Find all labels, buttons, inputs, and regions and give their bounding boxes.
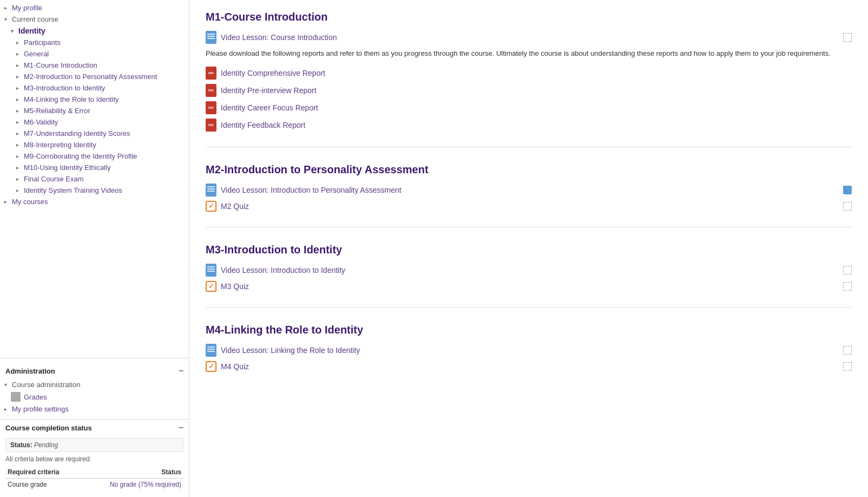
m1-video-checkbox[interactable] (843, 33, 852, 42)
m1-report2-link[interactable]: Identity Pre-interview Report (221, 86, 317, 95)
m1-link[interactable]: M1-Course Introduction (24, 61, 97, 69)
quiz-checkmark-m3: ✓ (208, 283, 214, 290)
my-courses-link[interactable]: My courses (12, 198, 48, 206)
bullet-icon: ▸ (16, 119, 23, 125)
m1-report3-row: PDF Identity Career Focus Report (206, 101, 852, 114)
completion-header: Course completion status − (0, 420, 189, 436)
m2-video-link[interactable]: Video Lesson: Introduction to Personalit… (221, 186, 402, 194)
m2-quiz-left: ✓ M2 Quiz (206, 201, 249, 212)
section-m4: M4-Linking the Role to Identity Video Le… (206, 324, 852, 387)
sidebar-item-m5[interactable]: ▸ M5-Reliability & Error (0, 105, 189, 116)
m3-quiz-left: ✓ M3 Quiz (206, 281, 249, 292)
sidebar-item-course-admin[interactable]: ▾ Course administration (0, 379, 189, 390)
m7-link[interactable]: M7-Understanding Identity Scores (24, 129, 130, 138)
bullet-icon: ▸ (16, 176, 23, 182)
sidebar-item-current-course[interactable]: ▾ Current course (0, 14, 189, 25)
criteria-col2-header: Status (81, 466, 183, 479)
m3-video-row: Video Lesson: Introduction to Identity (206, 264, 852, 277)
sidebar-item-final-exam[interactable]: ▸ Final Course Exam (0, 173, 189, 185)
criteria-note: All criteria below are required: (5, 455, 183, 463)
criteria-col1-header: Required criteria (5, 466, 81, 479)
m3-video-link[interactable]: Video Lesson: Introduction to Identity (221, 266, 345, 274)
m3-quiz-checkbox[interactable] (843, 282, 852, 291)
criteria-row-label: Course grade (5, 479, 81, 491)
sidebar-item-m7[interactable]: ▸ M7-Understanding Identity Scores (0, 128, 189, 139)
m8-link[interactable]: M8-Interpreting Identity (24, 141, 96, 149)
sidebar-item-m10[interactable]: ▸ M10-Using Identity Ethically (0, 162, 189, 173)
sidebar-item-profile-settings[interactable]: ▸ My profile settings (0, 403, 189, 415)
bullet-icon: ▸ (16, 74, 23, 80)
administration-toggle[interactable]: − (179, 366, 183, 376)
status-row: Status: Pending (5, 438, 183, 452)
participants-link[interactable]: Participants (24, 38, 61, 47)
m5-link[interactable]: M5-Reliability & Error (24, 107, 90, 115)
sidebar-item-m6[interactable]: ▸ M6-Validity (0, 116, 189, 128)
m4-video-row: Video Lesson: Linking the Role to Identi… (206, 344, 852, 357)
m1-report4-link[interactable]: Identity Feedback Report (221, 121, 305, 129)
m2-video-left: Video Lesson: Introduction to Personalit… (206, 184, 402, 197)
m1-video-link[interactable]: Video Lesson: Course Introduction (221, 33, 337, 42)
m1-report1-link[interactable]: Identity Comprehensive Report (221, 69, 325, 77)
bullet-icon: ▸ (16, 153, 23, 159)
sidebar-item-my-profile[interactable]: ▸ My profile (0, 2, 189, 14)
collapse-icon: ▾ (4, 16, 11, 22)
m3-link[interactable]: M3-Introduction to Identity (24, 84, 105, 92)
profile-settings-link[interactable]: My profile settings (12, 405, 69, 413)
m2-link[interactable]: M2-Introduction to Personality Assessmen… (24, 73, 157, 81)
m2-quiz-row: ✓ M2 Quiz (206, 201, 852, 212)
sidebar-item-training-videos[interactable]: ▸ Identity System Training Videos (0, 185, 189, 196)
bullet-icon: ▸ (16, 142, 23, 148)
m3-title: M3-Introduction to Identity (206, 244, 852, 256)
m6-link[interactable]: M6-Validity (24, 118, 58, 126)
m10-link[interactable]: M10-Using Identity Ethically (24, 164, 110, 172)
sidebar: ▸ My profile ▾ Current course ▾ Identity… (0, 0, 189, 497)
m1-report2-row: PDF Identity Pre-interview Report (206, 84, 852, 97)
m3-quiz-link[interactable]: M3 Quiz (221, 282, 249, 291)
completion-toggle[interactable]: − (179, 423, 183, 433)
sidebar-item-m4[interactable]: ▸ M4-Linking the Role to Identity (0, 94, 189, 105)
grades-link[interactable]: Grades (24, 393, 47, 401)
sidebar-item-m9[interactable]: ▸ M9-Corroborating the Identity Profile (0, 151, 189, 162)
identity-label: Identity (18, 27, 45, 35)
sidebar-item-general[interactable]: ▸ General (0, 48, 189, 60)
m3-video-left: Video Lesson: Introduction to Identity (206, 264, 345, 277)
collapse-icon-identity: ▾ (11, 28, 17, 34)
sidebar-item-grades[interactable]: Grades (0, 390, 189, 403)
my-profile-link[interactable]: My profile (12, 4, 42, 12)
quiz-icon-m4: ✓ (206, 361, 216, 372)
bullet-icon: ▸ (16, 187, 23, 193)
bullet-icon: ▸ (16, 130, 23, 136)
sidebar-item-m3[interactable]: ▸ M3-Introduction to Identity (0, 82, 189, 94)
training-videos-link[interactable]: Identity System Training Videos (24, 186, 122, 194)
quiz-icon-m2: ✓ (206, 201, 216, 212)
m1-report3-link[interactable]: Identity Career Focus Report (221, 103, 318, 112)
m1-video-left: Video Lesson: Course Introduction (206, 31, 337, 44)
m2-quiz-checkbox[interactable] (843, 202, 852, 211)
m4-video-link[interactable]: Video Lesson: Linking the Role to Identi… (221, 346, 360, 355)
m1-report1-left: PDF Identity Comprehensive Report (206, 67, 325, 80)
m2-quiz-link[interactable]: M2 Quiz (221, 202, 249, 211)
sidebar-item-m2[interactable]: ▸ M2-Introduction to Personality Assessm… (0, 71, 189, 82)
m9-link[interactable]: M9-Corroborating the Identity Profile (24, 152, 137, 160)
sidebar-item-identity[interactable]: ▾ Identity (0, 25, 189, 37)
m4-video-checkbox[interactable] (843, 346, 852, 355)
sidebar-item-m1[interactable]: ▸ M1-Course Introduction (0, 60, 189, 71)
m4-title: M4-Linking the Role to Identity (206, 324, 852, 336)
m3-video-checkbox[interactable] (843, 266, 852, 274)
m2-video-checkbox-checked[interactable] (843, 186, 852, 194)
video-lesson-icon-m4 (206, 344, 216, 357)
criteria-row: Course grade No grade (75% required) (5, 479, 183, 491)
m2-title: M2-Introduction to Personality Assessmen… (206, 164, 852, 176)
final-exam-link[interactable]: Final Course Exam (24, 175, 84, 183)
m4-link[interactable]: M4-Linking the Role to Identity (24, 95, 119, 103)
sidebar-item-my-courses[interactable]: ▸ My courses (0, 196, 189, 207)
sidebar-item-participants[interactable]: ▸ Participants (0, 37, 189, 48)
m1-report3-left: PDF Identity Career Focus Report (206, 101, 318, 114)
m4-quiz-left: ✓ M4 Quiz (206, 361, 249, 372)
m1-report1-row: PDF Identity Comprehensive Report (206, 67, 852, 80)
sidebar-item-m8[interactable]: ▸ M8-Interpreting Identity (0, 139, 189, 151)
m1-report4-left: PDF Identity Feedback Report (206, 119, 305, 132)
m4-quiz-checkbox[interactable] (843, 362, 852, 371)
m4-quiz-link[interactable]: M4 Quiz (221, 362, 249, 371)
general-link[interactable]: General (24, 50, 49, 58)
